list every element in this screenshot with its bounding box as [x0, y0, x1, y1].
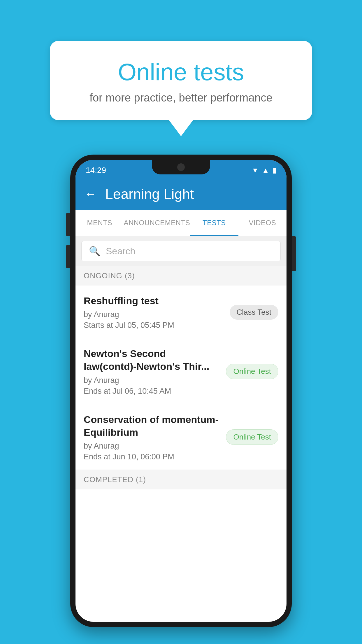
battery-icon: ▮ [273, 166, 276, 174]
phone-mockup: 14:29 ▼ ▲ ▮ ← Learning Light MENTS ANNOU… [70, 155, 292, 627]
search-placeholder: Search [106, 246, 135, 257]
test-by-2: by Anurag [84, 376, 220, 385]
test-info-1: Reshuffling test by Anurag Starts at Jul… [84, 294, 224, 330]
test-title-2: Newton's Second law(contd)-Newton's Thir… [84, 347, 220, 373]
search-icon: 🔍 [89, 246, 101, 257]
test-date-3: Ends at Jun 10, 06:00 PM [84, 452, 220, 461]
test-item-1[interactable]: Reshuffling test by Anurag Starts at Jul… [75, 286, 287, 338]
phone-screen: 14:29 ▼ ▲ ▮ ← Learning Light MENTS ANNOU… [75, 160, 287, 622]
test-badge-1: Class Test [230, 305, 278, 320]
front-camera [177, 163, 185, 171]
search-bar[interactable]: 🔍 Search [81, 241, 281, 261]
test-date-1: Starts at Jul 05, 05:45 PM [84, 321, 224, 330]
power-button[interactable] [292, 236, 296, 271]
test-badge-3: Online Test [226, 429, 278, 445]
test-title-1: Reshuffling test [84, 294, 224, 307]
test-badge-2: Online Test [226, 364, 278, 379]
signal-icon: ▲ [262, 166, 269, 174]
volume-down-button[interactable] [66, 245, 70, 268]
speech-bubble-container: Online tests for more practice, better p… [50, 41, 312, 120]
completed-section-header: COMPLETED (1) [75, 470, 287, 489]
tabs-container: MENTS ANNOUNCEMENTS TESTS VIDEOS [75, 210, 287, 236]
test-info-2: Newton's Second law(contd)-Newton's Thir… [84, 347, 220, 396]
speech-bubble: Online tests for more practice, better p… [50, 41, 312, 120]
volume-up-button[interactable] [66, 213, 70, 236]
speech-bubble-subtitle: for more practice, better performance [73, 92, 289, 104]
app-bar: ← Learning Light [75, 178, 287, 210]
tab-announcements[interactable]: ANNOUNCEMENTS [124, 210, 190, 236]
phone-frame: 14:29 ▼ ▲ ▮ ← Learning Light MENTS ANNOU… [70, 155, 292, 627]
test-list: Reshuffling test by Anurag Starts at Jul… [75, 286, 287, 470]
app-bar-title: Learning Light [105, 186, 194, 202]
test-date-2: Ends at Jul 06, 10:45 AM [84, 387, 220, 396]
speech-bubble-title: Online tests [73, 58, 289, 86]
test-item-2[interactable]: Newton's Second law(contd)-Newton's Thir… [75, 338, 287, 404]
ongoing-section-header: ONGOING (3) [75, 266, 287, 286]
tab-ments[interactable]: MENTS [75, 210, 124, 236]
test-title-3: Conservation of momentum-Equilibrium [84, 413, 220, 439]
phone-notch [152, 160, 210, 174]
tab-tests[interactable]: TESTS [190, 210, 238, 236]
status-time: 14:29 [86, 166, 106, 175]
back-button[interactable]: ← [84, 187, 96, 201]
wifi-icon: ▼ [252, 166, 259, 174]
search-container: 🔍 Search [75, 236, 287, 266]
test-by-3: by Anurag [84, 442, 220, 451]
test-item-3[interactable]: Conservation of momentum-Equilibrium by … [75, 404, 287, 470]
test-by-1: by Anurag [84, 310, 224, 319]
status-icons: ▼ ▲ ▮ [252, 166, 276, 174]
test-info-3: Conservation of momentum-Equilibrium by … [84, 413, 220, 461]
tab-videos[interactable]: VIDEOS [238, 210, 287, 236]
